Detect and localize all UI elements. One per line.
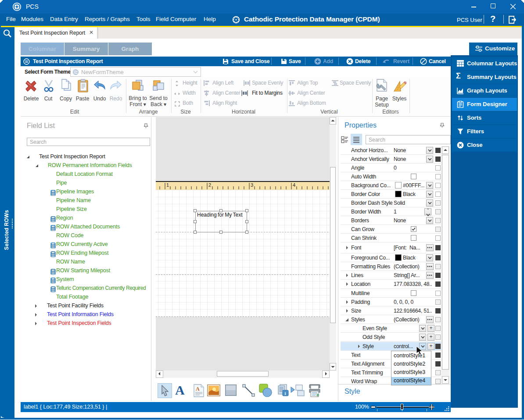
svg-text:4: 4	[293, 182, 295, 188]
svg-text:1: 1	[166, 182, 169, 188]
svg-text:2: 2	[208, 182, 211, 188]
svg-text:i: i	[285, 391, 286, 396]
svg-text:A: A	[196, 386, 200, 392]
svg-text:3: 3	[251, 182, 253, 188]
